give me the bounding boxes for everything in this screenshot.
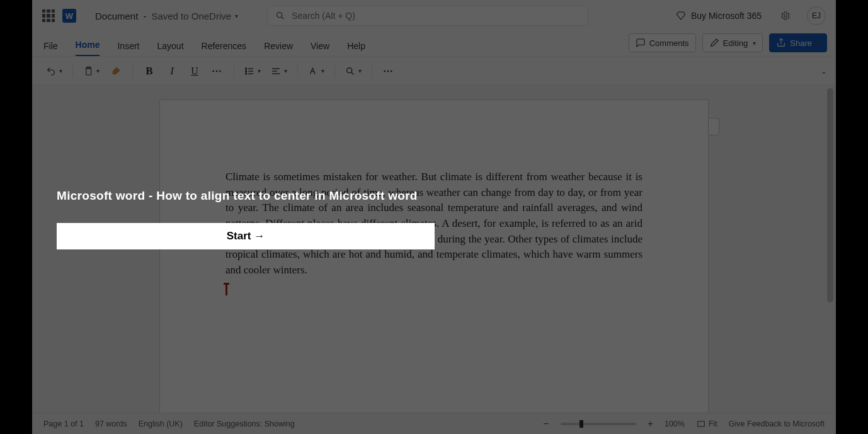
tutorial-title: Microsoft word - How to align text to ce… xyxy=(57,189,435,203)
start-button[interactable]: Start → xyxy=(57,223,435,249)
